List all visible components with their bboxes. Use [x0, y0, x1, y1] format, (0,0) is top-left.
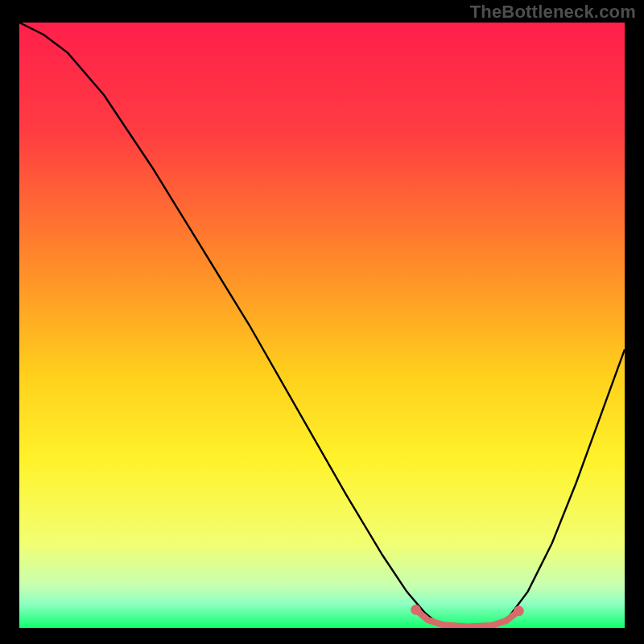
- gradient-backdrop: [19, 23, 625, 628]
- attribution-text: TheBottleneck.com: [470, 2, 636, 23]
- highlight-endpoint-dot: [514, 606, 524, 617]
- highlight-endpoint-dot: [411, 605, 421, 615]
- chart-frame: TheBottleneck.com: [0, 0, 644, 644]
- bottleneck-chart: [19, 23, 625, 628]
